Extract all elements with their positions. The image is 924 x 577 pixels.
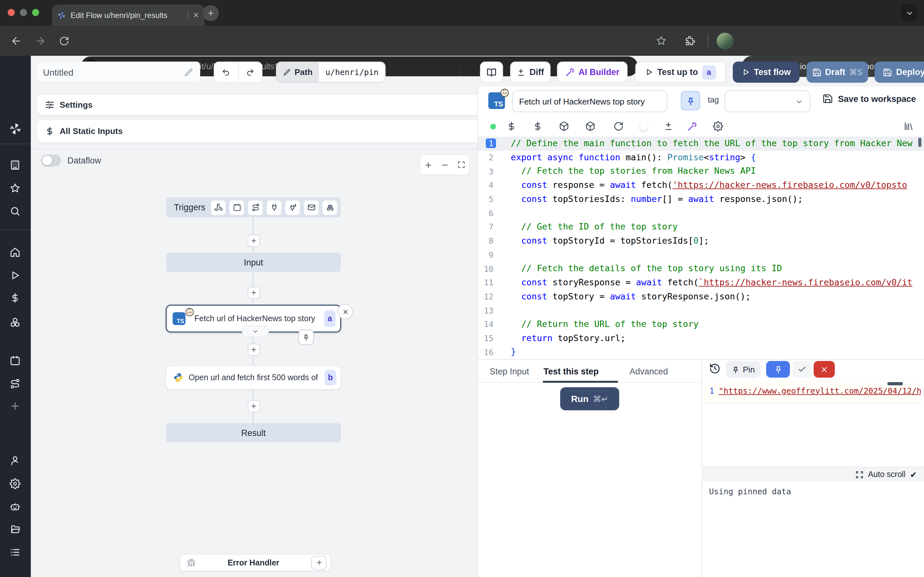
run-button[interactable]: Run ⌘↵: [560, 387, 619, 410]
dataflow-toggle[interactable]: [41, 155, 61, 167]
flow-name-field[interactable]: Untitled: [36, 61, 200, 83]
resources-dollar-icon[interactable]: [533, 121, 543, 131]
remove-step-button[interactable]: [338, 304, 353, 319]
step-node-a[interactable]: TS Fetch url of HackerNews top story a: [166, 305, 341, 333]
code-line[interactable]: 13: [478, 303, 924, 318]
sidebar-item-settings[interactable]: [10, 478, 21, 489]
expand-step-button[interactable]: [242, 326, 269, 337]
reload-icon[interactable]: [59, 36, 69, 46]
sidebar-item-ai[interactable]: [10, 501, 21, 512]
pinned-active-button[interactable]: [766, 361, 790, 378]
pin-button[interactable]: Pin: [726, 361, 760, 378]
more-options-kebab-icon[interactable]: [454, 67, 465, 77]
save-to-workspace-button[interactable]: Save to workspace: [822, 93, 916, 104]
sidebar-item-schedules[interactable]: [10, 355, 21, 366]
deploy-button[interactable]: Deploy: [875, 61, 924, 83]
path-button[interactable]: Path: [276, 62, 319, 82]
tab-test-this-step[interactable]: Test this step: [543, 367, 599, 376]
sidebar-item-variables[interactable]: [10, 292, 21, 303]
code-line[interactable]: 7 // Get the ID of the top story: [478, 220, 924, 234]
code-line[interactable]: 16}: [478, 345, 924, 359]
trigger-webhook-button[interactable]: [210, 200, 226, 215]
pin-step-button[interactable]: [681, 91, 700, 110]
code-line[interactable]: 9: [478, 248, 924, 261]
add-step-button[interactable]: [248, 235, 260, 247]
trigger-binoculars-button[interactable]: [322, 200, 338, 215]
trigger-plug-zap-button[interactable]: [285, 200, 300, 215]
auto-scroll-checkbox[interactable]: ✔: [910, 470, 917, 479]
path-group[interactable]: Path u/henri/pin: [276, 61, 386, 83]
all-static-inputs-bar[interactable]: All Static Inputs: [37, 119, 488, 143]
add-step-button[interactable]: [248, 400, 260, 412]
docs-button[interactable]: [480, 61, 503, 83]
gear-icon[interactable]: [713, 121, 723, 131]
sidebar-item-home[interactable]: [10, 247, 21, 258]
result-node[interactable]: Result: [166, 423, 341, 442]
sidebar-item-user[interactable]: [10, 455, 21, 466]
minimize-window-button[interactable]: [20, 9, 27, 16]
flow-settings-bar[interactable]: Settings: [37, 94, 488, 115]
trigger-calendar-button[interactable]: [229, 200, 244, 215]
back-icon[interactable]: [10, 35, 22, 47]
edit-pencil-icon[interactable]: [184, 68, 193, 77]
code-line[interactable]: 3 // Fetch the top stories from Hacker N…: [478, 164, 924, 178]
reload-icon[interactable]: [614, 121, 624, 131]
sidebar-item-flows[interactable]: [10, 378, 21, 389]
forward-icon[interactable]: [35, 35, 46, 47]
zoom-window-button[interactable]: [32, 9, 39, 16]
error-handler-node[interactable]: Error Handler: [180, 554, 331, 571]
code-line[interactable]: 12 const topStory = await storyResponse.…: [478, 290, 924, 303]
code-line[interactable]: 10 // Fetch the details of the top story…: [478, 261, 924, 276]
extensions-puzzle-icon[interactable]: [684, 35, 695, 46]
pinned-indicator[interactable]: [298, 330, 314, 345]
tag-select[interactable]: [724, 90, 811, 112]
ai-builder-button[interactable]: AI Builder: [557, 61, 628, 83]
accept-button[interactable]: [792, 361, 812, 378]
input-node[interactable]: Input: [166, 253, 341, 272]
zoom-in-icon[interactable]: [425, 161, 433, 169]
sidebar-item-folders[interactable]: [10, 524, 21, 535]
new-tab-button[interactable]: [203, 5, 219, 21]
triggers-node[interactable]: Triggers: [166, 197, 341, 218]
library-icon[interactable]: [903, 121, 914, 131]
draft-button[interactable]: Draft ⌘S: [806, 61, 868, 83]
test-up-to-step-badge[interactable]: a: [702, 65, 716, 79]
expand-icon[interactable]: [855, 470, 863, 479]
code-line[interactable]: 15 return topStory.url;: [478, 331, 924, 345]
zoom-out-icon[interactable]: [441, 161, 449, 169]
code-line[interactable]: 2export async function main(): Promise<s…: [478, 150, 924, 164]
tab-search-button[interactable]: [901, 5, 918, 21]
sidebar-item-add[interactable]: [10, 401, 21, 412]
profile-avatar[interactable]: [717, 33, 733, 49]
code-line[interactable]: 6: [478, 206, 924, 220]
code-line[interactable]: 14 // Return the URL of the top story: [478, 318, 924, 331]
trigger-plug-button[interactable]: [266, 200, 282, 215]
bookmark-star-icon[interactable]: [656, 35, 667, 46]
package-icon[interactable]: [559, 121, 569, 131]
history-icon[interactable]: [709, 363, 720, 374]
test-up-to-button[interactable]: Test up to a: [635, 61, 726, 83]
code-line[interactable]: 5 const topStoriesIds: number[] = await …: [478, 192, 924, 206]
code-editor[interactable]: 1// Define the main function to fetch th…: [478, 137, 924, 359]
test-flow-button[interactable]: Test flow: [733, 61, 800, 83]
trigger-route-button[interactable]: [248, 200, 263, 215]
plus-minus-icon[interactable]: [664, 121, 674, 131]
diff-button[interactable]: Diff: [510, 61, 551, 83]
variables-dollar-icon[interactable]: [506, 121, 517, 131]
code-line[interactable]: 1// Define the main function to fetch th…: [478, 137, 924, 150]
tab-close-icon[interactable]: [192, 11, 200, 19]
editor-scrollbar[interactable]: [918, 138, 921, 147]
ai-wand-icon[interactable]: [687, 121, 698, 131]
windmill-logo-icon[interactable]: [8, 122, 23, 136]
step-title-input[interactable]: [512, 90, 667, 112]
code-line[interactable]: 11 const storyResponse = await fetch(`ht…: [478, 276, 924, 290]
package-icon[interactable]: [585, 121, 596, 131]
sidebar-item-logs[interactable]: [10, 547, 21, 558]
sidebar-item-favorites[interactable]: [10, 183, 21, 193]
tab-step-input[interactable]: Step Input: [489, 367, 529, 376]
browser-tab[interactable]: Edit Flow u/henri/pin_results: [52, 5, 205, 26]
code-line[interactable]: 8 const topStoryId = topStoriesIds[0];: [478, 234, 924, 248]
add-step-button[interactable]: [248, 343, 260, 356]
tab-advanced[interactable]: Advanced: [630, 367, 668, 376]
add-error-handler-button[interactable]: [311, 556, 326, 570]
